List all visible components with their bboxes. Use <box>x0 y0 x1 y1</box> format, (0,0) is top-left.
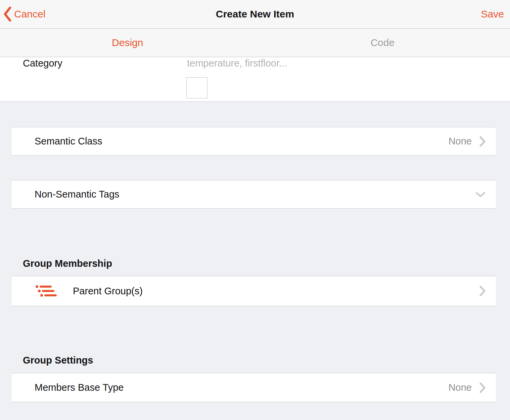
chevron-right-icon <box>479 136 486 147</box>
parent-groups-label: Parent Group(s) <box>73 286 143 297</box>
staggered-list-icon <box>35 284 57 298</box>
category-icon-box[interactable] <box>186 77 207 98</box>
back-chevron-icon <box>3 7 11 22</box>
semantic-class-label: Semantic Class <box>35 136 102 147</box>
tab-bar: Design Code <box>0 29 510 57</box>
group-membership-header: Group Membership <box>23 258 510 268</box>
tab-code[interactable]: Code <box>255 29 510 57</box>
members-base-type-row[interactable]: Members Base Type None <box>12 373 496 402</box>
navigation-bar: Cancel Create New Item Save <box>0 0 510 29</box>
chevron-right-icon <box>479 382 486 393</box>
category-input[interactable] <box>185 57 473 69</box>
members-base-type-label: Members Base Type <box>35 382 124 393</box>
group-settings-header: Group Settings <box>23 355 510 365</box>
chevron-down-icon <box>475 192 486 198</box>
category-label: Category <box>23 58 62 68</box>
page-title: Create New Item <box>0 8 510 20</box>
non-semantic-tags-row[interactable]: Non-Semantic Tags <box>12 180 496 209</box>
members-base-type-value: None <box>449 382 472 393</box>
tab-design[interactable]: Design <box>0 29 255 57</box>
semantic-class-value: None <box>449 136 472 147</box>
parent-groups-row[interactable]: Parent Group(s) <box>12 276 496 306</box>
cancel-label: Cancel <box>14 8 45 20</box>
save-button[interactable]: Save <box>481 8 504 20</box>
cancel-button[interactable]: Cancel <box>3 7 45 22</box>
semantic-class-row[interactable]: Semantic Class None <box>12 127 496 156</box>
category-section: Category <box>0 57 510 102</box>
non-semantic-tags-label: Non-Semantic Tags <box>35 189 120 200</box>
chevron-right-icon <box>479 286 486 296</box>
